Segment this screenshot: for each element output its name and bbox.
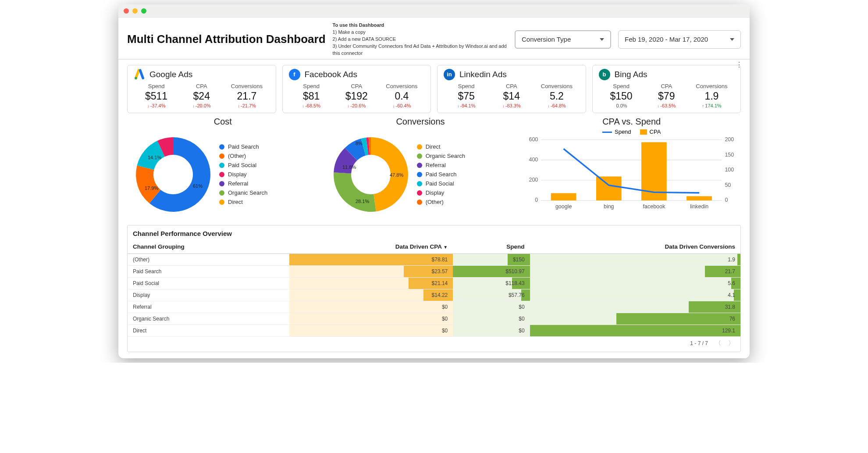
cost-legend: Paid Search(Other)Paid SocialDisplayRefe… bbox=[219, 141, 267, 208]
facebook-ads-card: fFacebook Ads Spend$81↓-68.5% CPA$192↓-2… bbox=[282, 65, 431, 113]
combo-chart-title: CPA vs. Spend bbox=[522, 117, 741, 127]
cost-donut-svg: 61%17.9%14.1% bbox=[127, 128, 219, 221]
delta: ↑174.1% bbox=[689, 103, 734, 108]
legend-label: Paid Social bbox=[228, 162, 256, 168]
legend-swatch bbox=[219, 190, 224, 196]
legend-item: Direct bbox=[219, 199, 267, 205]
col-channel[interactable]: Channel Grouping bbox=[128, 240, 289, 254]
google-ads-card: Google Ads Spend$511↓-37.4% CPA$24↓-20.0… bbox=[127, 65, 276, 113]
svg-rect-21 bbox=[551, 193, 576, 200]
linkedin-ads-icon: in bbox=[444, 69, 455, 80]
legend-swatch bbox=[417, 190, 422, 196]
legend-item: Paid Social bbox=[219, 162, 267, 168]
svg-text:8%: 8% bbox=[356, 141, 363, 146]
legend-item: Direct bbox=[417, 143, 465, 150]
legend-swatch bbox=[417, 144, 422, 150]
close-window-icon[interactable] bbox=[124, 8, 129, 14]
legend-item: Organic Search bbox=[417, 153, 465, 159]
pager-next-icon[interactable]: 〉 bbox=[728, 339, 734, 347]
svg-text:11.8%: 11.8% bbox=[342, 164, 356, 170]
delta: ↓-60.4% bbox=[379, 103, 424, 108]
delta: ↓-68.5% bbox=[289, 103, 334, 108]
svg-rect-23 bbox=[596, 176, 622, 200]
delta: ↓-63.5% bbox=[644, 103, 689, 108]
legend-item: Paid Social bbox=[417, 180, 465, 187]
svg-text:facebook: facebook bbox=[643, 203, 665, 210]
legend-label: Paid Search bbox=[228, 143, 259, 150]
cell-channel: (Other) bbox=[128, 253, 289, 265]
legend-swatch bbox=[219, 153, 224, 159]
legend-item: (Other) bbox=[219, 153, 267, 159]
col-spend[interactable]: Spend bbox=[453, 240, 530, 254]
svg-text:bing: bing bbox=[604, 203, 614, 210]
legend-label: (Other) bbox=[228, 153, 246, 159]
table-pager: 1 - 7 / 7 〈 〉 bbox=[128, 337, 740, 352]
legend-label: Organic Search bbox=[228, 189, 267, 196]
delta: ↓-83.3% bbox=[489, 103, 534, 108]
svg-text:linkedin: linkedin bbox=[690, 203, 708, 210]
svg-point-0 bbox=[135, 77, 137, 79]
cpa-legend-label: CPA bbox=[650, 128, 661, 135]
legend-label: Direct bbox=[426, 143, 441, 150]
legend-swatch bbox=[417, 181, 422, 186]
cell-channel: Organic Search bbox=[128, 313, 289, 325]
minimize-window-icon[interactable] bbox=[132, 8, 138, 14]
svg-text:28.1%: 28.1% bbox=[356, 199, 369, 204]
cell-channel: Paid Social bbox=[128, 277, 289, 289]
cell-channel: Direct bbox=[128, 325, 289, 336]
col-cpa[interactable]: Data Driven CPA ▼ bbox=[289, 240, 453, 254]
legend-item: Referral bbox=[417, 162, 465, 168]
legend-label: Display bbox=[228, 171, 247, 178]
legend-swatch bbox=[219, 172, 224, 177]
svg-text:0: 0 bbox=[725, 197, 728, 203]
conversions-donut-svg: 47.8%28.1%11.8%8% bbox=[325, 128, 417, 221]
cpa-vs-spend-chart: CPA vs. Spend Spend CPA 0200400600050100… bbox=[522, 117, 741, 221]
legend-label: Paid Search bbox=[426, 171, 457, 178]
linkedin-ads-card: inLinkedin Ads Spend$75↓-94.1% CPA$14↓-8… bbox=[437, 65, 586, 113]
table-row: Direct $0 $0 129.1 bbox=[128, 325, 740, 336]
legend-swatch bbox=[417, 172, 422, 177]
legend-item: (Other) bbox=[417, 199, 465, 205]
conversion-type-label: Conversion Type bbox=[522, 36, 571, 43]
instructions-block: To use this Dashboard 1) Make a copy 2) … bbox=[333, 22, 508, 57]
table-row: Display $14.22 $57.76 4.1 bbox=[128, 289, 740, 301]
svg-rect-27 bbox=[687, 196, 712, 200]
pager-label: 1 - 7 / 7 bbox=[690, 340, 708, 346]
legend-swatch bbox=[219, 163, 224, 168]
kpi-cards-row: Google Ads Spend$511↓-37.4% CPA$24↓-20.0… bbox=[118, 60, 750, 113]
conversions-chart-title: Conversions bbox=[325, 117, 516, 127]
legend-label: Organic Search bbox=[426, 153, 465, 159]
legend-item: Referral bbox=[219, 180, 267, 187]
svg-text:600: 600 bbox=[529, 137, 538, 143]
svg-text:0: 0 bbox=[535, 197, 538, 203]
delta: ↓-20.0% bbox=[179, 103, 224, 108]
card-overflow-menu-icon[interactable]: ⋮ bbox=[736, 61, 743, 69]
legend-label: Referral bbox=[228, 180, 248, 187]
table-row: Organic Search $0 $0 76 bbox=[128, 313, 740, 325]
spend-legend-icon bbox=[602, 132, 612, 133]
legend-item: Paid Search bbox=[417, 171, 465, 178]
legend-swatch bbox=[219, 144, 224, 150]
conversions-donut-chart: Conversions 47.8%28.1%11.8%8% DirectOrga… bbox=[325, 117, 516, 221]
date-range-select[interactable]: Feb 19, 2020 - Mar 17, 2020 bbox=[618, 30, 741, 49]
legend-label: Referral bbox=[426, 162, 446, 168]
legend-item: Display bbox=[417, 189, 465, 196]
col-conversions[interactable]: Data Driven Conversions bbox=[530, 240, 740, 254]
spend-legend-label: Spend bbox=[615, 128, 631, 135]
svg-text:400: 400 bbox=[529, 157, 538, 163]
delta: ↓-20.6% bbox=[334, 103, 379, 108]
cost-donut-chart: Cost 61%17.9%14.1% Paid Search(Other)Pai… bbox=[127, 117, 319, 221]
bing-ads-card: bBing Ads Spend$1500.0% CPA$79↓-63.5% Co… bbox=[592, 65, 741, 113]
dashboard-header: Multi Channel Attribution Dashboard To u… bbox=[118, 18, 750, 60]
legend-label: Paid Social bbox=[426, 180, 454, 187]
conversion-type-select[interactable]: Conversion Type bbox=[515, 30, 611, 49]
svg-text:200: 200 bbox=[529, 177, 538, 183]
pager-prev-icon[interactable]: 〈 bbox=[715, 339, 721, 347]
legend-label: Display bbox=[426, 189, 445, 196]
svg-text:150: 150 bbox=[725, 151, 734, 157]
table-title: Channel Performance Overview bbox=[128, 230, 740, 240]
delta: 0.0% bbox=[599, 103, 644, 108]
legend-item: Display bbox=[219, 171, 267, 178]
maximize-window-icon[interactable] bbox=[141, 8, 146, 14]
svg-text:61%: 61% bbox=[193, 183, 203, 189]
